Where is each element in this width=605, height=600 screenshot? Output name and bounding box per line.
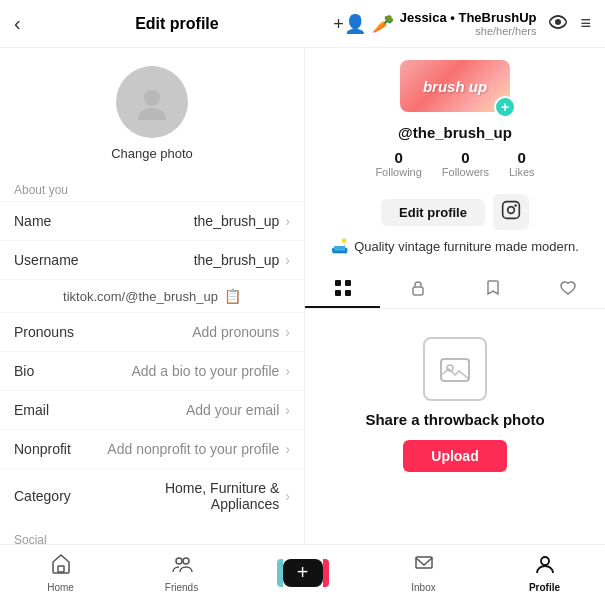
svg-point-5	[514, 204, 517, 207]
email-value: Add your email	[104, 402, 283, 418]
stats-row: 0 Following 0 Followers 0 Likes	[375, 149, 534, 178]
right-panel: brush up + @the_brush_up 0 Following 0 F…	[305, 48, 605, 600]
change-photo-label[interactable]: Change photo	[111, 146, 193, 161]
page-title: Edit profile	[21, 15, 334, 33]
eye-icon[interactable]	[548, 13, 568, 34]
bio-emoji: 🛋️	[331, 238, 348, 254]
name-label: Name	[14, 213, 104, 229]
tab-bookmark[interactable]	[455, 270, 530, 308]
svg-point-2	[138, 108, 166, 120]
svg-point-15	[183, 558, 189, 564]
pencil-icon[interactable]: 🥕	[372, 13, 394, 35]
nav-inbox[interactable]: Inbox	[363, 553, 484, 593]
email-chevron: ›	[285, 402, 290, 418]
svg-rect-6	[335, 280, 341, 286]
svg-rect-13	[58, 566, 64, 572]
nav-home[interactable]: Home	[0, 553, 121, 593]
url-row: tiktok.com/@the_brush_up 📋	[0, 279, 304, 312]
pronouns-value: Add pronouns	[104, 324, 283, 340]
account-pronouns: she/her/hers	[475, 25, 536, 37]
likes-label: Likes	[509, 166, 535, 178]
throwback-icon	[423, 337, 487, 401]
photo-section: Change photo	[0, 48, 304, 173]
svg-rect-3	[503, 202, 520, 219]
banner-text: brush up	[423, 78, 487, 95]
svg-point-16	[541, 557, 549, 565]
plus-badge[interactable]: +	[494, 96, 516, 118]
tab-like[interactable]	[530, 270, 605, 308]
name-row[interactable]: Name the_brush_up ›	[0, 201, 304, 240]
category-chevron: ›	[285, 488, 290, 504]
svg-point-0	[555, 19, 561, 25]
inbox-icon	[413, 553, 435, 580]
about-you-header: About you	[0, 173, 304, 201]
left-panel: Change photo About you Name the_brush_up…	[0, 48, 305, 600]
nav-profile[interactable]: Profile	[484, 553, 605, 593]
pronouns-label: Pronouns	[14, 324, 104, 340]
followers-count: 0	[461, 149, 469, 166]
following-count: 0	[394, 149, 402, 166]
nonprofit-label: Nonprofit	[14, 441, 104, 457]
menu-icon[interactable]: ≡	[580, 13, 591, 34]
home-label: Home	[47, 582, 74, 593]
main-content: Change photo About you Name the_brush_up…	[0, 48, 605, 600]
category-row[interactable]: Category Home, Furniture & Appliances ›	[0, 468, 304, 523]
likes-count: 0	[518, 149, 526, 166]
following-stat: 0 Following	[375, 149, 421, 178]
account-name: Jessica • TheBrushUp	[400, 10, 537, 25]
bio-row[interactable]: Bio Add a bio to your profile ›	[0, 351, 304, 390]
svg-rect-10	[413, 287, 423, 295]
profile-handle: @the_brush_up	[398, 124, 512, 141]
svg-rect-9	[345, 290, 351, 296]
username-row[interactable]: Username the_brush_up ›	[0, 240, 304, 279]
category-value: Home, Furniture & Appliances	[104, 480, 283, 512]
followers-label: Followers	[442, 166, 489, 178]
bio-content: Quality vintage furniture made modern.	[354, 239, 579, 254]
inbox-label: Inbox	[411, 582, 435, 593]
username-value: the_brush_up	[104, 252, 283, 268]
bottom-navigation: Home Friends + Inbox	[0, 544, 605, 600]
svg-rect-8	[335, 290, 341, 296]
pronouns-row[interactable]: Pronouns Add pronouns ›	[0, 312, 304, 351]
nonprofit-value: Add nonprofit to your profile	[104, 441, 283, 457]
edit-row: Edit profile	[381, 194, 529, 230]
profile-tabs	[305, 270, 605, 309]
create-button[interactable]: +	[283, 559, 323, 587]
tab-grid[interactable]	[305, 270, 380, 308]
username-label: Username	[14, 252, 104, 268]
friends-label: Friends	[165, 582, 198, 593]
name-value: the_brush_up	[104, 213, 283, 229]
instagram-link-button[interactable]	[493, 194, 529, 230]
nav-right-icons: +👤 🥕 Jessica • TheBrushUp she/her/hers ≡	[333, 10, 591, 37]
profile-label: Profile	[529, 582, 560, 593]
pronouns-chevron: ›	[285, 324, 290, 340]
username-chevron: ›	[285, 252, 290, 268]
email-row[interactable]: Email Add your email ›	[0, 390, 304, 429]
tab-lock[interactable]	[380, 270, 455, 308]
bio-label: Bio	[14, 363, 104, 379]
nav-friends[interactable]: Friends	[121, 553, 242, 593]
bio-chevron: ›	[285, 363, 290, 379]
followers-stat: 0 Followers	[442, 149, 489, 178]
friends-icon	[171, 553, 193, 580]
profile-header: brush up + @the_brush_up 0 Following 0 F…	[305, 48, 605, 270]
nonprofit-chevron: ›	[285, 441, 290, 457]
throwback-title: Share a throwback photo	[365, 411, 544, 428]
nav-create[interactable]: +	[242, 559, 363, 587]
copy-icon[interactable]: 📋	[224, 288, 241, 304]
home-icon	[50, 553, 72, 580]
svg-point-1	[144, 90, 160, 106]
edit-profile-button[interactable]: Edit profile	[381, 199, 485, 226]
back-icon[interactable]: ‹	[14, 12, 21, 35]
email-label: Email	[14, 402, 104, 418]
svg-rect-7	[345, 280, 351, 286]
name-chevron: ›	[285, 213, 290, 229]
following-label: Following	[375, 166, 421, 178]
add-user-icon[interactable]: +👤	[333, 13, 366, 35]
svg-point-4	[508, 207, 515, 214]
nonprofit-row[interactable]: Nonprofit Add nonprofit to your profile …	[0, 429, 304, 468]
throwback-section: Share a throwback photo Upload	[305, 317, 605, 492]
upload-button[interactable]: Upload	[403, 440, 506, 472]
top-navigation: ‹ Edit profile +👤 🥕 Jessica • TheBrushUp…	[0, 0, 605, 48]
avatar[interactable]	[116, 66, 188, 138]
